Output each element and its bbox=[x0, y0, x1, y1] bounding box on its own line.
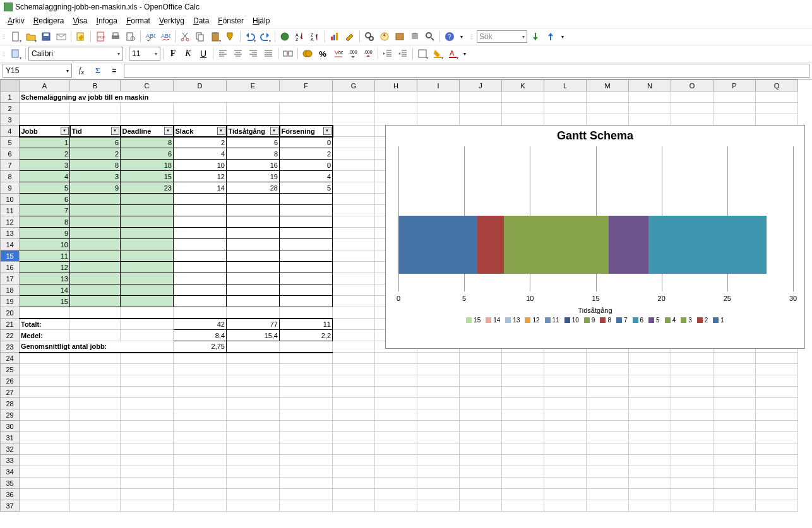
col-header-F[interactable]: F bbox=[280, 80, 333, 91]
sum-button[interactable]: Σ bbox=[91, 64, 105, 78]
row-header-4[interactable]: 4 bbox=[1, 126, 20, 137]
gantt-chart[interactable]: Gantt Schema 051015202530 Tidsåtgång 151… bbox=[385, 125, 805, 349]
row-header-34[interactable]: 34 bbox=[1, 466, 20, 478]
row-header-11[interactable]: 11 bbox=[1, 205, 20, 216]
row-header-24[interactable]: 24 bbox=[1, 353, 20, 364]
col-header-P[interactable]: P bbox=[713, 80, 756, 91]
row-header-18[interactable]: 18 bbox=[1, 285, 20, 296]
row-header-6[interactable]: 6 bbox=[1, 148, 20, 160]
row-header-31[interactable]: 31 bbox=[1, 432, 20, 443]
mean-label[interactable]: Medel: bbox=[20, 330, 70, 341]
col-header-I[interactable]: I bbox=[417, 80, 460, 91]
filter-icon[interactable]: ▼ bbox=[164, 127, 172, 135]
format-paint-button[interactable] bbox=[224, 30, 237, 44]
pdf-button[interactable]: PDF bbox=[93, 30, 107, 44]
col-header-A[interactable]: A bbox=[20, 80, 70, 91]
row-header-28[interactable]: 28 bbox=[1, 398, 20, 409]
row-header-36[interactable]: 36 bbox=[1, 489, 20, 500]
redo-button[interactable] bbox=[258, 30, 272, 44]
select-all-corner[interactable] bbox=[1, 80, 20, 91]
email-button[interactable] bbox=[54, 30, 68, 44]
undo-button[interactable] bbox=[243, 30, 257, 44]
row-header-3[interactable]: 3 bbox=[1, 114, 20, 126]
row-header-30[interactable]: 30 bbox=[1, 421, 20, 432]
styles-button[interactable] bbox=[9, 47, 23, 61]
filter-icon[interactable]: ▼ bbox=[217, 127, 225, 135]
col-header-J[interactable]: J bbox=[460, 80, 502, 91]
help-button[interactable]: ? bbox=[443, 30, 457, 44]
align-center-button[interactable] bbox=[231, 47, 245, 61]
filter-icon[interactable]: ▼ bbox=[270, 127, 278, 135]
menu-visa[interactable]: Visa bbox=[69, 15, 91, 26]
edit-button[interactable] bbox=[74, 30, 88, 44]
row-header-19[interactable]: 19 bbox=[1, 296, 20, 307]
search-down-button[interactable] bbox=[528, 30, 542, 44]
col-header-L[interactable]: L bbox=[544, 80, 587, 91]
number-format-button[interactable]: 00 bbox=[331, 47, 345, 61]
filter-icon[interactable]: ▼ bbox=[111, 127, 119, 135]
spreadsheet-grid[interactable]: ABCDEFGHIJKLMNOPQ1Schemaläggning av jobb… bbox=[0, 79, 812, 514]
column-header-tidsåtgång[interactable]: Tidsåtgång▼ bbox=[227, 126, 280, 137]
save-button[interactable] bbox=[39, 30, 53, 44]
search-box[interactable]: Sök▾ bbox=[477, 30, 527, 43]
row-header-1[interactable]: 1 bbox=[1, 91, 20, 103]
sort-desc-button[interactable]: ZA bbox=[308, 30, 322, 44]
toolbar-overflow-2[interactable]: ▾ bbox=[559, 30, 566, 44]
preview-button[interactable] bbox=[124, 30, 138, 44]
filter-icon[interactable]: ▼ bbox=[61, 127, 69, 135]
align-justify-button[interactable] bbox=[261, 47, 275, 61]
chart-button[interactable] bbox=[328, 30, 342, 44]
row-header-17[interactable]: 17 bbox=[1, 273, 20, 285]
row-header-23[interactable]: 23 bbox=[1, 341, 20, 353]
font-color-button[interactable]: A bbox=[446, 47, 460, 61]
row-header-13[interactable]: 13 bbox=[1, 228, 20, 239]
filter-icon[interactable]: ▼ bbox=[323, 127, 331, 135]
row-header-20[interactable]: 20 bbox=[1, 307, 20, 319]
col-header-M[interactable]: M bbox=[587, 80, 629, 91]
merge-cells-button[interactable] bbox=[281, 47, 295, 61]
formula-input[interactable] bbox=[124, 64, 809, 78]
search-up-button[interactable] bbox=[544, 30, 558, 44]
row-header-27[interactable]: 27 bbox=[1, 387, 20, 398]
function-wizard-button[interactable]: fx bbox=[75, 64, 88, 78]
gallery-button[interactable] bbox=[393, 30, 407, 44]
column-header-slack[interactable]: Slack▼ bbox=[174, 126, 227, 137]
navigator-button[interactable] bbox=[378, 30, 391, 44]
menu-data[interactable]: Data bbox=[189, 15, 213, 26]
fill-color-button[interactable] bbox=[431, 47, 445, 61]
row-header-29[interactable]: 29 bbox=[1, 409, 20, 421]
borders-button[interactable] bbox=[415, 47, 429, 61]
row-header-9[interactable]: 9 bbox=[1, 182, 20, 194]
row-header-37[interactable]: 37 bbox=[1, 500, 20, 512]
toolbar-overflow[interactable]: ▾ bbox=[458, 30, 465, 44]
decrease-indent-button[interactable] bbox=[381, 47, 395, 61]
row-header-21[interactable]: 21 bbox=[1, 319, 20, 330]
row-header-33[interactable]: 33 bbox=[1, 455, 20, 466]
row-header-22[interactable]: 22 bbox=[1, 330, 20, 341]
col-header-E[interactable]: E bbox=[227, 80, 280, 91]
show-draw-button[interactable] bbox=[343, 30, 357, 44]
equals-button[interactable]: = bbox=[107, 64, 121, 78]
increase-indent-button[interactable] bbox=[396, 47, 410, 61]
col-header-O[interactable]: O bbox=[671, 80, 713, 91]
col-header-Q[interactable]: Q bbox=[756, 80, 798, 91]
sort-asc-button[interactable]: AZ bbox=[293, 30, 307, 44]
menu-verktyg[interactable]: Verktyg bbox=[155, 15, 188, 26]
open-button[interactable] bbox=[24, 30, 38, 44]
paste-button[interactable] bbox=[208, 30, 222, 44]
copy-button[interactable] bbox=[193, 30, 207, 44]
row-header-14[interactable]: 14 bbox=[1, 239, 20, 250]
col-header-C[interactable]: C bbox=[121, 80, 174, 91]
avg-label[interactable]: Genomsnittligt antal jobb: bbox=[20, 341, 174, 353]
column-header-deadline[interactable]: Deadline▼ bbox=[121, 126, 174, 137]
col-header-H[interactable]: H bbox=[375, 80, 417, 91]
italic-button[interactable]: K bbox=[181, 47, 195, 61]
remove-decimal-button[interactable]: .000 bbox=[361, 47, 375, 61]
name-box[interactable]: Y15▾ bbox=[3, 64, 72, 78]
column-header-tid[interactable]: Tid▼ bbox=[70, 126, 121, 137]
column-header-försening[interactable]: Försening▼ bbox=[280, 126, 333, 137]
row-header-15[interactable]: 15 bbox=[1, 250, 20, 262]
hyperlink-button[interactable] bbox=[278, 30, 292, 44]
row-header-26[interactable]: 26 bbox=[1, 375, 20, 387]
menu-format[interactable]: Format bbox=[122, 15, 154, 26]
